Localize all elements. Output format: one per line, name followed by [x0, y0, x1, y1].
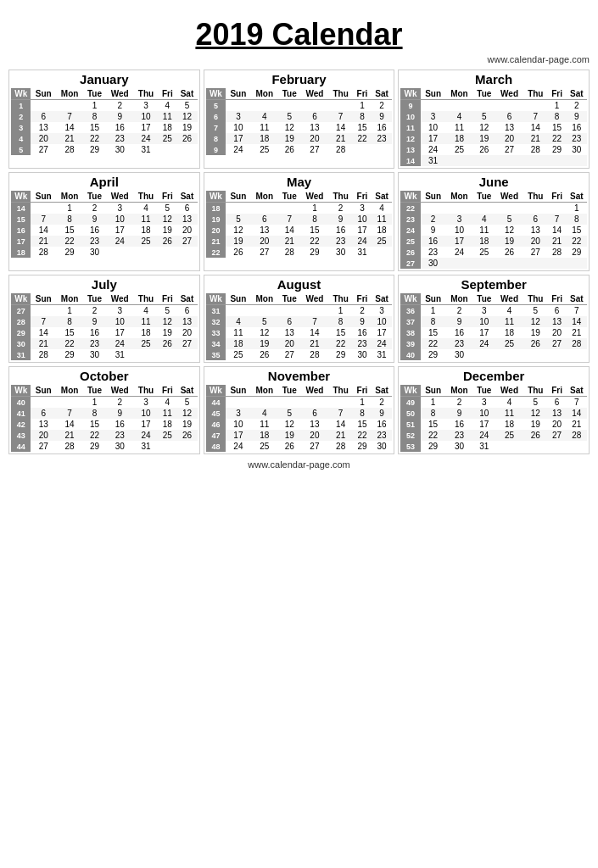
day-cell: 11 — [134, 214, 159, 225]
day-cell: 3 — [134, 397, 159, 409]
day-cell: 24 — [134, 133, 159, 144]
week-number: 1 — [11, 100, 31, 112]
day-cell: 13 — [176, 214, 197, 225]
col-header: Tue — [473, 293, 496, 305]
day-cell: 21 — [567, 327, 587, 338]
month-title: September — [400, 277, 587, 292]
day-cell: 12 — [176, 111, 197, 122]
week-number: 31 — [206, 305, 226, 317]
col-header: Fri — [548, 385, 567, 397]
day-cell: 27 — [251, 247, 278, 258]
month-title: January — [11, 72, 198, 86]
day-cell: 13 — [251, 225, 278, 236]
day-cell: 25 — [134, 338, 159, 349]
day-cell: 22 — [421, 338, 446, 349]
day-cell — [176, 247, 197, 258]
day-cell: 21 — [328, 133, 353, 144]
day-cell — [328, 397, 353, 409]
col-header: Sat — [176, 293, 197, 305]
day-cell: 14 — [31, 327, 56, 338]
col-header: Wed — [106, 88, 134, 100]
day-cell: 1 — [421, 397, 446, 409]
day-cell — [523, 349, 548, 360]
day-cell: 31 — [134, 144, 159, 155]
day-cell: 15 — [56, 225, 83, 236]
day-cell — [445, 203, 472, 214]
week-number: 7 — [206, 122, 226, 133]
day-cell — [251, 397, 278, 409]
day-cell: 12 — [523, 316, 548, 327]
day-cell: 19 — [523, 419, 548, 430]
week-number: 52 — [400, 430, 420, 441]
day-cell: 28 — [31, 247, 56, 258]
day-cell: 21 — [56, 133, 83, 144]
day-cell: 11 — [251, 419, 278, 430]
day-cell: 28 — [31, 349, 56, 360]
day-cell: 6 — [301, 111, 329, 122]
day-cell: 29 — [421, 441, 446, 452]
day-cell: 26 — [158, 236, 176, 247]
day-cell: 15 — [567, 225, 587, 236]
day-cell: 3 — [106, 305, 134, 317]
week-number: 20 — [206, 225, 226, 236]
day-cell: 18 — [251, 430, 278, 441]
day-cell: 8 — [328, 316, 353, 327]
col-header: Mon — [56, 88, 83, 100]
day-cell: 23 — [83, 338, 106, 349]
day-cell: 22 — [548, 133, 567, 144]
week-number: 18 — [206, 203, 226, 214]
week-number: 3 — [11, 122, 31, 133]
day-cell: 21 — [56, 430, 83, 441]
day-cell: 27 — [278, 349, 301, 360]
day-cell: 22 — [56, 236, 83, 247]
day-cell: 29 — [301, 247, 329, 258]
day-cell: 7 — [548, 214, 567, 225]
day-cell: 31 — [421, 155, 446, 166]
day-cell: 23 — [372, 430, 392, 441]
day-cell: 9 — [445, 408, 472, 419]
day-cell: 13 — [31, 122, 56, 133]
day-cell: 19 — [523, 327, 548, 338]
day-cell: 4 — [473, 214, 496, 225]
col-header: Wk — [11, 191, 31, 203]
day-cell: 15 — [83, 419, 106, 430]
day-cell: 12 — [226, 225, 251, 236]
day-cell — [567, 349, 587, 360]
day-cell: 28 — [328, 441, 353, 452]
day-cell: 19 — [176, 419, 197, 430]
day-cell: 10 — [353, 214, 372, 225]
month-block-february: FebruaryWkSunMonTueWedThuFriSat512634567… — [204, 70, 395, 169]
col-header: Tue — [83, 385, 106, 397]
day-cell: 5 — [523, 397, 548, 409]
day-cell: 25 — [372, 236, 392, 247]
month-title: February — [206, 72, 393, 86]
day-cell: 15 — [353, 419, 372, 430]
day-cell — [495, 155, 523, 166]
col-header: Sun — [226, 191, 251, 203]
month-title: December — [400, 369, 587, 383]
day-cell: 28 — [301, 349, 329, 360]
col-header: Tue — [83, 191, 106, 203]
day-cell: 13 — [31, 419, 56, 430]
col-header: Fri — [353, 293, 372, 305]
day-cell: 27 — [176, 236, 197, 247]
day-cell: 18 — [495, 327, 523, 338]
day-cell: 17 — [445, 236, 472, 247]
week-number: 40 — [400, 349, 420, 360]
day-cell: 26 — [495, 247, 523, 258]
week-number: 16 — [11, 225, 31, 236]
day-cell: 30 — [353, 349, 372, 360]
day-cell: 10 — [473, 316, 496, 327]
day-cell: 26 — [278, 144, 301, 155]
day-cell: 9 — [106, 408, 134, 419]
day-cell: 2 — [421, 214, 446, 225]
day-cell: 27 — [548, 338, 567, 349]
week-number: 40 — [11, 397, 31, 409]
day-cell: 28 — [548, 247, 567, 258]
col-header: Thu — [523, 88, 548, 100]
day-cell: 11 — [495, 408, 523, 419]
day-cell: 20 — [278, 338, 301, 349]
day-cell: 3 — [106, 203, 134, 214]
day-cell: 8 — [83, 408, 106, 419]
day-cell: 15 — [301, 225, 329, 236]
